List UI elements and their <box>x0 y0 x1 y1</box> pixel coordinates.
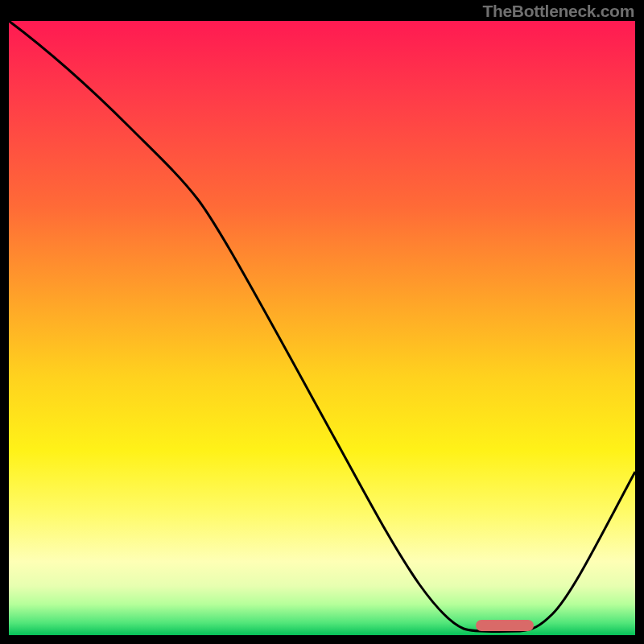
bottleneck-curve <box>9 21 635 635</box>
optimal-range-marker <box>476 620 534 631</box>
chart-frame <box>9 21 635 635</box>
watermark-text: TheBottleneck.com <box>482 2 634 21</box>
curve-path <box>9 21 635 632</box>
